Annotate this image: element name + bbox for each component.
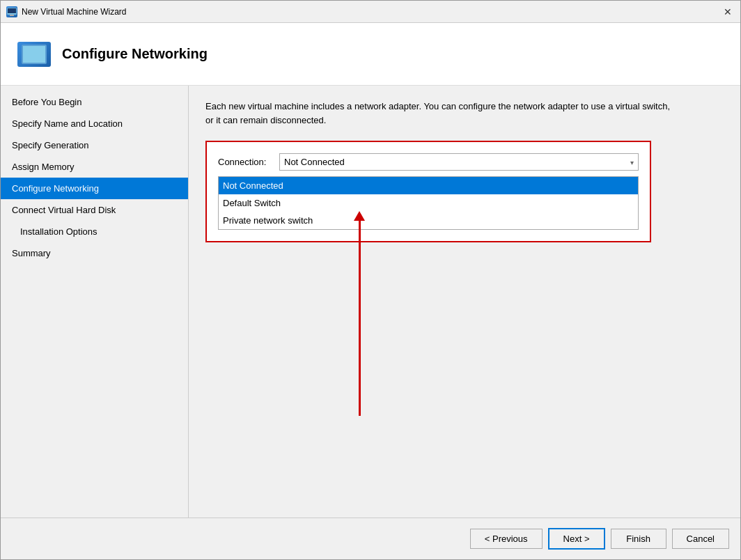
sidebar-item-summary[interactable]: Summary: [1, 242, 188, 264]
sidebar-item-before-you-begin[interactable]: Before You Begin: [1, 91, 188, 113]
dropdown-option-private-network-switch[interactable]: Private network switch: [219, 212, 638, 229]
sidebar: Before You BeginSpecify Name and Locatio…: [1, 86, 189, 518]
svg-rect-2: [10, 15, 14, 16]
dropdown-container: Not Connected ▾: [279, 153, 639, 171]
cancel-button[interactable]: Cancel: [672, 529, 729, 549]
title-bar-left: New Virtual Machine Wizard: [6, 6, 127, 17]
header-icon: [17, 42, 51, 67]
content-area: Before You BeginSpecify Name and Locatio…: [1, 86, 740, 518]
sidebar-item-installation-options[interactable]: Installation Options: [1, 221, 188, 242]
svg-rect-1: [8, 8, 16, 13]
close-button[interactable]: ✕: [721, 5, 735, 19]
footer: < Previous Next > Finish Cancel: [1, 518, 740, 559]
previous-button[interactable]: < Previous: [470, 529, 543, 549]
sidebar-item-assign-memory[interactable]: Assign Memory: [1, 156, 188, 178]
dropdown-list: Not ConnectedDefault SwitchPrivate netwo…: [218, 176, 639, 230]
wizard-icon: [6, 6, 17, 17]
description-text: Each new virtual machine includes a netw…: [205, 100, 679, 127]
connection-row: Connection: Not Connected ▾: [218, 153, 639, 171]
page-title: Configure Networking: [62, 46, 208, 62]
header-section: Configure Networking: [1, 23, 740, 86]
dialog-title: New Virtual Machine Wizard: [22, 7, 127, 17]
sidebar-item-configure-networking[interactable]: Configure Networking: [1, 178, 188, 199]
dialog-window: New Virtual Machine Wizard ✕ Configure N…: [0, 0, 741, 560]
sidebar-item-connect-vhd[interactable]: Connect Virtual Hard Disk: [1, 199, 188, 221]
connection-label: Connection:: [218, 157, 274, 167]
main-content: Each new virtual machine includes a netw…: [189, 86, 740, 518]
sidebar-item-specify-generation[interactable]: Specify Generation: [1, 134, 188, 156]
dropdown-value: Not Connected: [284, 157, 345, 167]
chevron-down-icon: ▾: [630, 158, 634, 166]
next-button[interactable]: Next >: [548, 528, 605, 550]
sidebar-item-specify-name[interactable]: Specify Name and Location: [1, 113, 188, 134]
title-bar: New Virtual Machine Wizard ✕: [1, 1, 740, 23]
arrow-head-icon: [354, 211, 365, 221]
dropdown-option-default-switch[interactable]: Default Switch: [219, 194, 638, 212]
finish-button[interactable]: Finish: [611, 529, 666, 549]
dropdown-selected[interactable]: Not Connected ▾: [279, 153, 639, 171]
connection-area: Connection: Not Connected ▾ Not Connecte…: [205, 141, 651, 242]
dropdown-option-not-connected[interactable]: Not Connected: [219, 177, 638, 194]
arrow-indicator: [354, 211, 365, 416]
arrow-line: [359, 221, 361, 416]
